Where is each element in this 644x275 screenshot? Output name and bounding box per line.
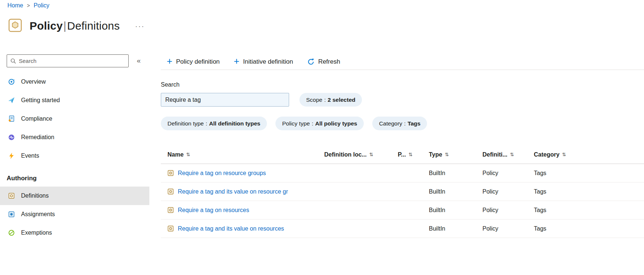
- table-row: Require a tag and its value on resources…: [161, 219, 644, 238]
- column-header-type[interactable]: Type ⇅: [429, 151, 482, 158]
- policy-definition-icon: [167, 225, 174, 232]
- sidebar-item-label: Compliance: [21, 115, 52, 122]
- policy-definitions-page: Home > Policy Policy|Definitions ··· « O…: [0, 0, 644, 275]
- pill-separator: :: [312, 120, 313, 127]
- filter-search-label: Search: [161, 81, 180, 88]
- filter-search-input[interactable]: [161, 93, 289, 107]
- sidebar-item-getting-started[interactable]: Getting started: [0, 91, 149, 110]
- page-title-bold: Policy: [30, 20, 63, 32]
- table-row: Require a tag on resource groups BuiltIn…: [161, 164, 644, 182]
- sidebar-item-label: Remediation: [21, 134, 54, 141]
- definition-name-cell: Require a tag and its value on resource …: [167, 188, 324, 195]
- sidebar-item-label: Exemptions: [21, 229, 52, 236]
- toolbar-button-label: Initiative definition: [243, 58, 293, 66]
- sidebar-item-overview[interactable]: Overview: [0, 73, 149, 91]
- policy-definition-button[interactable]: + Policy definition: [167, 57, 220, 66]
- plus-icon: +: [234, 56, 239, 66]
- sidebar-item-assignments[interactable]: Assignments: [0, 205, 149, 224]
- toolbar-button-label: Policy definition: [176, 58, 220, 66]
- column-header-category[interactable]: Category ⇅: [534, 151, 644, 158]
- sidebar-item-label: Events: [21, 152, 39, 159]
- definition-link[interactable]: Require a tag and its value on resources: [178, 225, 284, 232]
- policy-definition-icon: [167, 207, 174, 213]
- events-icon: [8, 152, 15, 159]
- definition-type-cell: Policy: [482, 188, 534, 195]
- sidebar-item-exemptions[interactable]: Exemptions: [0, 224, 149, 242]
- sort-icon: ⇅: [369, 152, 373, 157]
- type-cell: BuiltIn: [429, 225, 482, 232]
- sort-icon: ⇅: [186, 152, 190, 157]
- column-header-definition-location[interactable]: Definition loc... ⇅: [324, 151, 398, 158]
- sort-icon: ⇅: [562, 152, 566, 157]
- definition-type-filter-pill[interactable]: Definition type : All definition types: [161, 117, 267, 130]
- sidebar-item-events[interactable]: Events: [0, 147, 149, 165]
- sidebar-section-authoring: Authoring: [0, 165, 149, 187]
- definition-link[interactable]: Require a tag and its value on resource …: [178, 188, 288, 195]
- definitions-icon: [8, 192, 15, 199]
- pill-name: Definition type: [167, 120, 204, 127]
- column-label: P...: [398, 151, 406, 158]
- pill-separator: :: [206, 120, 207, 127]
- pill-name: Policy type: [282, 120, 310, 127]
- sidebar-search-box: [7, 54, 129, 67]
- collapse-sidebar-icon[interactable]: «: [137, 57, 141, 65]
- policy-page-icon: [8, 18, 22, 34]
- sidebar-search-input[interactable]: [19, 58, 125, 64]
- sidebar-item-label: Overview: [21, 78, 46, 85]
- overview-icon: [8, 78, 15, 85]
- pill-value: Tags: [407, 120, 420, 127]
- column-header-policies[interactable]: P... ⇅: [398, 151, 429, 158]
- policy-definition-icon: [167, 188, 174, 195]
- search-icon: [10, 58, 16, 64]
- breadcrumb: Home > Policy: [7, 2, 50, 9]
- definition-name-cell: Require a tag on resource groups: [167, 170, 324, 177]
- compliance-icon: [8, 115, 15, 122]
- more-options-icon[interactable]: ···: [135, 23, 145, 30]
- page-title: Policy|Definitions: [30, 20, 120, 32]
- exemptions-icon: [8, 229, 15, 236]
- filter-pill-row: Definition type : All definition types P…: [161, 117, 427, 130]
- definition-link[interactable]: Require a tag on resources: [178, 207, 249, 214]
- breadcrumb-home-link[interactable]: Home: [7, 2, 23, 9]
- table-row: Require a tag and its value on resource …: [161, 182, 644, 201]
- sidebar-item-remediation[interactable]: Remediation: [0, 128, 149, 147]
- definition-type-cell: Policy: [482, 225, 534, 232]
- category-filter-pill[interactable]: Category : Tags: [372, 117, 427, 130]
- definition-link[interactable]: Require a tag on resource groups: [178, 170, 266, 177]
- breadcrumb-separator: >: [27, 3, 30, 9]
- sidebar-item-compliance[interactable]: Compliance: [0, 110, 149, 128]
- pill-name: Scope: [306, 97, 322, 103]
- sidebar-item-definitions[interactable]: Definitions: [0, 187, 149, 205]
- sort-icon: ⇅: [445, 152, 449, 157]
- column-label: Definition loc...: [324, 151, 367, 158]
- pill-separator: :: [324, 97, 326, 103]
- column-header-definition-type[interactable]: Definiti... ⇅: [482, 151, 534, 158]
- definition-type-cell: Policy: [482, 207, 534, 214]
- plus-icon: +: [167, 56, 172, 66]
- column-label: Category: [534, 151, 559, 158]
- definition-name-cell: Require a tag and its value on resources: [167, 225, 324, 232]
- sort-icon: ⇅: [409, 152, 413, 157]
- command-bar: + Policy definition + Initiative definit…: [161, 54, 644, 70]
- definitions-table: Name ⇅ Definition loc... ⇅ P... ⇅ Type ⇅…: [161, 145, 644, 238]
- refresh-icon: [307, 58, 315, 66]
- sort-icon: ⇅: [510, 152, 514, 157]
- policy-definition-icon: [167, 170, 174, 176]
- initiative-definition-button[interactable]: + Initiative definition: [234, 57, 293, 66]
- refresh-button[interactable]: Refresh: [307, 58, 340, 66]
- policy-type-filter-pill[interactable]: Policy type : All policy types: [275, 117, 364, 130]
- definition-name-cell: Require a tag on resources: [167, 207, 324, 214]
- sidebar-item-label: Getting started: [21, 97, 60, 104]
- breadcrumb-policy-link[interactable]: Policy: [34, 2, 50, 9]
- remediation-icon: [8, 134, 15, 141]
- category-cell: Tags: [534, 207, 644, 214]
- type-cell: BuiltIn: [429, 207, 482, 214]
- pill-value: All policy types: [315, 120, 357, 127]
- scope-filter-pill[interactable]: Scope : 2 selected: [299, 93, 362, 107]
- pill-value: All definition types: [209, 120, 261, 127]
- pill-separator: :: [404, 120, 406, 127]
- pill-value: 2 selected: [328, 97, 355, 103]
- category-cell: Tags: [534, 225, 644, 232]
- column-label: Type: [429, 151, 442, 158]
- column-header-name[interactable]: Name ⇅: [167, 151, 324, 158]
